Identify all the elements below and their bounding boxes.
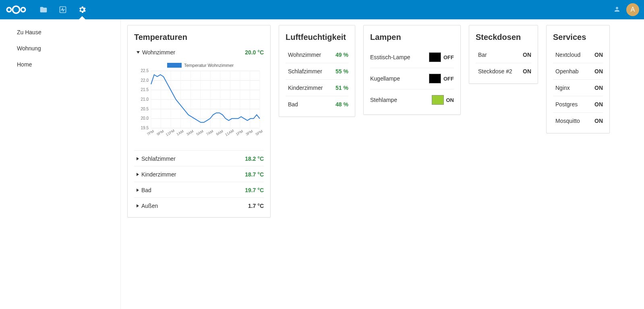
sidebar-item-label: Home — [17, 61, 32, 68]
temp-value: 18.2 °C — [245, 156, 264, 162]
activity-icon[interactable] — [55, 2, 71, 18]
chevron-down-icon — [137, 51, 140, 54]
temp-label: Schlafzimmer — [141, 156, 176, 162]
lamp-row: Esstisch-Lampe OFF — [370, 47, 454, 68]
plug-row: BarON — [476, 47, 531, 63]
sidebar-item-label: Zu Hause — [17, 29, 41, 35]
service-row: MosquittoON — [553, 112, 603, 129]
card-plugs: Steckdosen BarON Steckdose #2ON — [469, 25, 538, 84]
color-swatch-icon — [432, 95, 444, 105]
svg-text:22.5: 22.5 — [141, 68, 149, 73]
plug-state: ON — [523, 52, 531, 58]
svg-text:21.0: 21.0 — [141, 97, 149, 102]
service-row: OpenhabON — [553, 63, 603, 79]
svg-text:9PM: 9PM — [156, 129, 165, 136]
sidebar-item-wohnung[interactable]: Wohnung — [0, 40, 120, 56]
card-title: Luftfeuchtigkeit — [286, 33, 348, 42]
color-swatch-icon — [429, 74, 441, 83]
service-state: ON — [594, 101, 603, 108]
service-label: Mosquitto — [555, 118, 580, 124]
header-left — [5, 2, 90, 18]
svg-text:11PM: 11PM — [165, 129, 175, 137]
lamp-state: ON — [446, 97, 454, 103]
svg-text:21.5: 21.5 — [141, 87, 149, 92]
humidity-label: Schlafzimmer — [288, 68, 322, 75]
temp-value: 20.0 °C — [245, 49, 264, 56]
chevron-right-icon — [137, 189, 139, 192]
temp-label: Kinderzimmer — [141, 171, 176, 178]
svg-text:5PM: 5PM — [255, 129, 263, 136]
contacts-icon[interactable] — [613, 6, 621, 14]
humidity-row: Wohnzimmer49 % — [286, 47, 348, 63]
temp-row-aussen[interactable]: Außen 1.7 °C — [134, 197, 264, 213]
service-label: Postgres — [555, 101, 578, 108]
settings-icon[interactable] — [74, 2, 90, 18]
layout: Zu Hause Wohnung Home Temperaturen Wohnz… — [0, 19, 644, 309]
lamp-label: Stehlampe — [370, 97, 397, 103]
svg-text:5AM: 5AM — [196, 129, 204, 136]
humidity-row: Kinderzimmer51 % — [286, 79, 348, 96]
svg-text:9AM: 9AM — [215, 129, 224, 136]
temp-row-bad[interactable]: Bad 19.7 °C — [134, 182, 264, 197]
service-state: ON — [594, 52, 603, 58]
svg-text:7PM: 7PM — [146, 129, 155, 136]
lamp-label: Esstisch-Lampe — [370, 54, 410, 60]
card-humidity: Luftfeuchtigkeit Wohnzimmer49 % Schlafzi… — [279, 25, 355, 117]
lamp-row: Kugellampe OFF — [370, 68, 454, 89]
humidity-value: 48 % — [335, 101, 348, 108]
card-title: Steckdosen — [476, 33, 531, 42]
temperature-chart: 19.520.020.521.021.522.022.57PM9PM11PM1A… — [134, 60, 264, 150]
temp-row-wohnzimmer[interactable]: Wohnzimmer 20.0 °C — [134, 47, 264, 60]
service-label: Nextcloud — [555, 52, 580, 58]
temp-value: 19.7 °C — [245, 187, 264, 193]
svg-text:7AM: 7AM — [205, 129, 214, 136]
lamp-switch[interactable]: ON — [432, 95, 454, 105]
svg-text:20.0: 20.0 — [141, 116, 149, 120]
service-row: NginxON — [553, 79, 603, 96]
nextcloud-logo[interactable] — [5, 4, 27, 15]
card-services: Services NextcloudON OpenhabON NginxON P… — [546, 25, 610, 133]
svg-text:1PM: 1PM — [235, 129, 244, 136]
svg-text:1AM: 1AM — [176, 129, 184, 136]
humidity-value: 55 % — [335, 68, 348, 75]
humidity-row: Schlafzimmer55 % — [286, 63, 348, 79]
sidebar-item-home[interactable]: Home — [0, 56, 120, 73]
svg-text:20.5: 20.5 — [141, 107, 149, 111]
plug-label: Bar — [478, 52, 487, 58]
chevron-right-icon — [137, 157, 139, 160]
svg-point-2 — [21, 8, 25, 12]
temp-row-kinderzimmer[interactable]: Kinderzimmer 18.7 °C — [134, 166, 264, 182]
svg-text:Temperatur Wohnzimmer: Temperatur Wohnzimmer — [184, 63, 234, 68]
lamp-state: OFF — [443, 54, 454, 60]
sidebar-item-label: Wohnung — [17, 45, 41, 52]
temp-row-schlafzimmer[interactable]: Schlafzimmer 18.2 °C — [134, 150, 264, 166]
top-header: A — [0, 0, 644, 19]
temp-value: 18.7 °C — [245, 171, 264, 178]
files-icon[interactable] — [35, 2, 52, 18]
lamp-row: Stehlampe ON — [370, 89, 454, 110]
plug-state: ON — [523, 68, 531, 75]
humidity-label: Bad — [288, 101, 298, 108]
avatar[interactable]: A — [626, 3, 639, 16]
header-right: A — [613, 3, 639, 16]
avatar-letter: A — [631, 6, 635, 13]
svg-text:22.0: 22.0 — [141, 78, 149, 83]
chevron-right-icon — [137, 204, 139, 207]
service-state: ON — [594, 118, 603, 124]
svg-text:3PM: 3PM — [245, 129, 253, 136]
temp-label: Außen — [141, 203, 158, 209]
lamp-switch[interactable]: OFF — [429, 74, 454, 83]
humidity-value: 49 % — [335, 52, 348, 58]
lamp-state: OFF — [443, 76, 454, 82]
svg-text:11AM: 11AM — [224, 129, 234, 137]
service-row: PostgresON — [553, 96, 603, 112]
card-title: Lampen — [370, 33, 454, 42]
service-state: ON — [594, 85, 603, 91]
card-title: Temperaturen — [134, 33, 264, 42]
main: Temperaturen Wohnzimmer 20.0 °C 19.520.0… — [121, 19, 644, 309]
temp-label: Wohnzimmer — [142, 49, 175, 56]
lamp-switch[interactable]: OFF — [429, 52, 454, 62]
humidity-value: 51 % — [335, 85, 348, 91]
svg-text:3AM: 3AM — [186, 129, 194, 136]
sidebar-item-zuhause[interactable]: Zu Hause — [0, 24, 120, 40]
